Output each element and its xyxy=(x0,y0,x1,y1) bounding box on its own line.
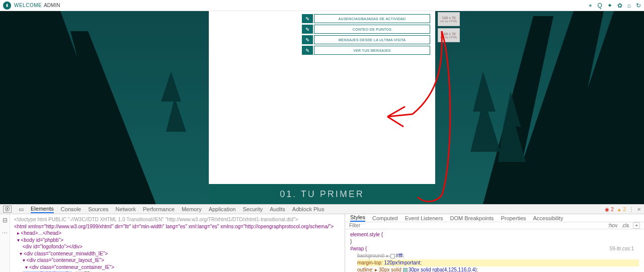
bag-icon[interactable]: ⌂ xyxy=(627,2,631,9)
devtools-tabs: ⦿ ▭ Elements Console Sources Network Per… xyxy=(0,204,644,214)
device-icon[interactable]: ▭ xyxy=(19,206,24,213)
welcome-label: WELCOME xyxy=(14,3,42,8)
tab-sources[interactable]: Sources xyxy=(88,206,108,212)
dom-line[interactable]: ▾ <body id="phpbb"> xyxy=(14,237,341,244)
panel-body: ✎ AUSENCIAS/BAJADAS DE ACTIVIDAD ✎ CONTE… xyxy=(209,11,435,184)
ad-placeholder[interactable]: 168 x 70 ost by HTML xyxy=(438,12,460,26)
page-body: ✎ AUSENCIAS/BAJADAS DE ACTIVIDAD ✎ CONTE… xyxy=(0,11,644,204)
close-icon[interactable]: ✕ xyxy=(637,207,641,212)
location-icon[interactable]: ⌖ xyxy=(589,2,592,9)
devtools-menu-icon[interactable]: ⋮ xyxy=(629,207,634,212)
ad-placeholder[interactable]: 168 x 70 ost by HTML xyxy=(438,28,460,42)
tree-icon xyxy=(5,3,10,8)
add-rule-button[interactable]: + xyxy=(633,222,640,229)
css-prop[interactable]: outline: ▸ 30px solid 30px solid rgba(4,… xyxy=(357,266,639,272)
tab-application[interactable]: Application xyxy=(209,206,236,212)
styles-panel: Styles Computed Event Listeners DOM Brea… xyxy=(345,214,644,272)
subtab-styles[interactable]: Styles xyxy=(350,214,365,222)
menu-item: ✎ VER TUS MENSAJES xyxy=(302,46,430,55)
search-icon[interactable]: Q xyxy=(597,2,602,9)
styles-filter: :hov .cls + xyxy=(345,222,644,229)
ads-column: 168 x 70 ost by HTML 168 x 70 ost by HTM… xyxy=(438,12,460,42)
ad-sub: ost by HTML xyxy=(440,36,457,39)
menu-link-0[interactable]: AUSENCIAS/BAJADAS DE ACTIVIDAD xyxy=(314,14,430,23)
rule-block[interactable]: 59-ltr.css:1 #wrap { xyxy=(350,245,639,252)
error-count[interactable]: ◉ 2 xyxy=(605,207,613,212)
rule-close: } xyxy=(350,238,639,245)
ad-dims: 168 x 70 xyxy=(442,32,456,36)
section-title: 01. TU PRIMER xyxy=(280,189,364,200)
css-rules[interactable]: element.style { } 59-ltr.css:1 #wrap { b… xyxy=(345,229,644,272)
expand-icon[interactable]: … xyxy=(2,227,8,235)
subtab-events[interactable]: Event Listeners xyxy=(405,215,443,221)
menu-item: ✎ AUSENCIAS/BAJADAS DE ACTIVIDAD xyxy=(302,14,430,23)
gear-icon[interactable]: ✿ xyxy=(617,2,622,9)
cls-toggle[interactable]: .cls xyxy=(621,223,629,228)
dom-line[interactable]: <html xmlns="http://www.w3.org/1999/xhtm… xyxy=(14,223,341,230)
collapse-icon[interactable]: ⊟ xyxy=(3,216,8,224)
rule-element-style[interactable]: element.style { xyxy=(350,231,639,238)
tab-adblock[interactable]: Adblock Plus xyxy=(292,206,325,212)
link-icon: ✎ xyxy=(302,35,313,44)
topbar: WELCOME ADMIN ⌖ Q ✦ ✿ ⌂ ↻ xyxy=(0,0,644,11)
dom-doctype[interactable]: <!doctype html PUBLIC "-//W3C//DTD XHTML… xyxy=(14,216,341,223)
inspect-icon[interactable]: ⦿ xyxy=(3,206,12,213)
dom-line[interactable]: <div id="logofondo"></div> xyxy=(14,243,341,250)
section-title-band: 01. TU PRIMER xyxy=(209,184,435,204)
ad-dims: 168 x 70 xyxy=(442,16,456,20)
quick-menu: ✎ AUSENCIAS/BAJADAS DE ACTIVIDAD ✎ CONTE… xyxy=(302,14,430,184)
warning-count[interactable]: ▲ 2 xyxy=(617,207,626,212)
menu-item: ✎ MENSAJES DESDE LA ULTIMA VISITA xyxy=(302,35,430,44)
tab-memory[interactable]: Memory xyxy=(182,206,202,212)
topbar-icons: ⌖ Q ✦ ✿ ⌂ ↻ xyxy=(589,2,641,9)
css-prop[interactable]: background: ▸ #fff; xyxy=(357,252,639,259)
subtab-a11y[interactable]: Accessibility xyxy=(533,215,564,221)
link-icon: ✎ xyxy=(302,14,313,23)
menu-link-2[interactable]: MENSAJES DESDE LA ULTIMA VISITA xyxy=(314,35,430,44)
elements-gutter: ⊟ … xyxy=(0,214,10,272)
tab-audits[interactable]: Audits xyxy=(270,206,285,212)
tab-elements[interactable]: Elements xyxy=(31,206,54,213)
dom-line[interactable]: ▾ <div class="conteneur_minwidth_IE"> xyxy=(14,250,341,257)
devtools-status: ◉ 2 ▲ 2 ⋮ ✕ xyxy=(605,207,641,212)
link-icon: ✎ xyxy=(302,25,313,34)
subtab-dom[interactable]: DOM Breakpoints xyxy=(450,215,494,221)
menu-item: ✎ CONTEO DE PUNTOS xyxy=(302,25,430,34)
tab-performance[interactable]: Performance xyxy=(143,206,175,212)
tab-network[interactable]: Network xyxy=(116,206,136,212)
dom-line[interactable]: ▾ <div class="conteneur_container_IE"> xyxy=(14,264,341,271)
styles-subtabs: Styles Computed Event Listeners DOM Brea… xyxy=(345,214,644,222)
link-icon: ✎ xyxy=(302,46,313,55)
dom-line[interactable]: ▾ <div class="conteneur_layout_IE"> xyxy=(14,257,341,264)
filter-input[interactable] xyxy=(349,223,608,228)
logout-icon[interactable]: ↻ xyxy=(636,2,641,9)
welcome-user: ADMIN xyxy=(44,3,60,8)
site-logo[interactable] xyxy=(3,2,11,10)
tab-security[interactable]: Security xyxy=(243,206,263,212)
source-file[interactable]: 59-ltr.css:1 xyxy=(610,245,634,252)
subtab-props[interactable]: Properties xyxy=(501,215,526,221)
subtab-computed[interactable]: Computed xyxy=(372,215,398,221)
ad-sub: ost by HTML xyxy=(440,20,457,23)
hov-toggle[interactable]: :hov xyxy=(608,223,617,228)
dom-line[interactable]: ▸ <head>…</head> xyxy=(14,230,341,237)
menu-link-3[interactable]: VER TUS MENSAJES xyxy=(314,46,430,55)
star-icon[interactable]: ✦ xyxy=(607,2,612,9)
menu-link-1[interactable]: CONTEO DE PUNTOS xyxy=(314,25,430,34)
css-prop-highlight[interactable]: margin-top: 120px!important; xyxy=(357,259,639,266)
devtools-panes: ⊟ … <!doctype html PUBLIC "-//W3C//DTD X… xyxy=(0,214,644,272)
elements-panel[interactable]: ⊟ … <!doctype html PUBLIC "-//W3C//DTD X… xyxy=(0,214,345,272)
tab-console[interactable]: Console xyxy=(61,206,81,212)
main-panel: ✎ AUSENCIAS/BAJADAS DE ACTIVIDAD ✎ CONTE… xyxy=(209,11,435,204)
